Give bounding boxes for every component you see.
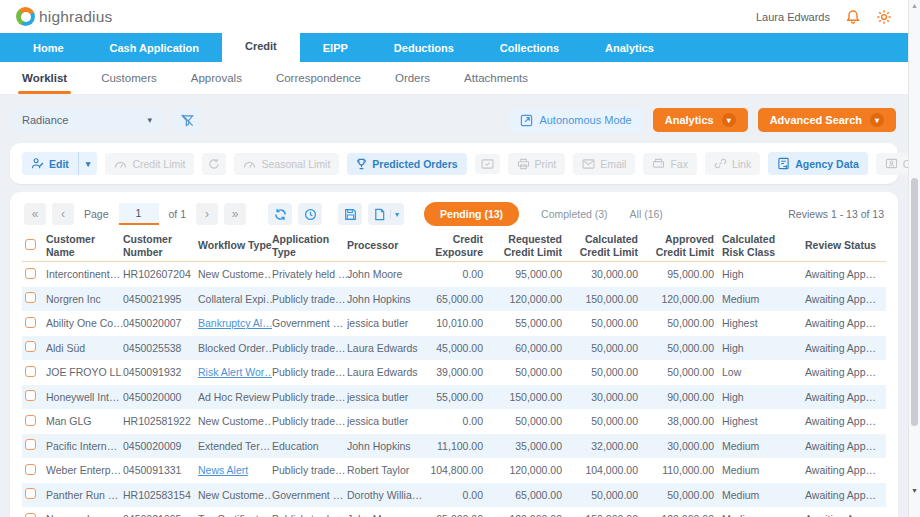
table-row[interactable]: Ability One Co… 0450020007 Bankruptcy Al…	[22, 311, 886, 336]
row-checkbox[interactable]	[25, 390, 36, 401]
email-button[interactable]: Email	[573, 153, 635, 175]
refresh-button[interactable]	[268, 203, 292, 225]
fax-button[interactable]: Fax	[643, 153, 697, 175]
cell-review-status: Awaiting App…	[795, 293, 886, 305]
main-nav-tab[interactable]: Analytics	[582, 33, 677, 62]
main-nav-tab[interactable]: Credit	[222, 29, 300, 62]
table-row[interactable]: JOE FROYO LL… 0450091932 Risk Alert Wor……	[22, 360, 886, 385]
cell-calculated-risk-class: Medium	[718, 489, 795, 501]
row-checkbox[interactable]	[25, 415, 36, 426]
row-checkbox[interactable]	[25, 268, 36, 279]
save-layout-button[interactable]	[338, 203, 362, 225]
select-all-checkbox[interactable]	[25, 239, 36, 250]
col-calculated-risk-class[interactable]: Calculated Risk Class	[718, 233, 795, 258]
first-page-button[interactable]: «	[24, 203, 46, 225]
row-checkbox[interactable]	[25, 464, 36, 475]
trophy-icon	[356, 158, 367, 170]
cell-workflow-type[interactable]: Bankruptcy Al…	[198, 317, 272, 329]
col-customer-number[interactable]: Customer Number	[123, 233, 198, 258]
renew-limit-icon-button[interactable]	[202, 153, 226, 175]
scrollbar-down-arrow[interactable]: ▼	[909, 487, 920, 494]
row-checkbox[interactable]	[25, 317, 36, 328]
predicted-orders-button[interactable]: Predicted Orders	[347, 153, 466, 175]
highradius-logo[interactable]: highradius	[16, 7, 113, 26]
cell-workflow-type[interactable]: Risk Alert Wor…	[198, 366, 272, 378]
table-row[interactable]: Pacific Intern… 0450020009 Extended Ter……	[22, 434, 886, 459]
cell-workflow-type[interactable]: News Alert	[198, 464, 272, 476]
analytics-button[interactable]: Analytics ▾	[653, 108, 748, 132]
seasonal-limit-button[interactable]: Seasonal Limit	[234, 153, 339, 175]
previous-page-button[interactable]: ‹	[52, 203, 74, 225]
view-select[interactable]: Radiance ▾	[12, 108, 162, 133]
main-nav-tab[interactable]: EIPP	[300, 33, 371, 62]
advanced-search-button[interactable]: Advanced Search ▾	[758, 108, 896, 132]
link-button[interactable]: Link	[705, 152, 760, 175]
row-checkbox[interactable]	[25, 439, 36, 450]
table-row[interactable]: Honeywell Int… 0450020000 Ad Hoc Review …	[22, 385, 886, 410]
main-nav-tab[interactable]: Cash Application	[87, 33, 222, 62]
cell-requested-credit-limit: 120,000.00	[487, 293, 566, 305]
cell-customer-name: Norgren Inc	[46, 293, 123, 305]
main-nav-tab[interactable]: Home	[10, 33, 87, 62]
next-page-button[interactable]: ›	[196, 203, 218, 225]
history-button[interactable]	[298, 203, 322, 225]
cell-customer-number: 0450025538	[123, 342, 198, 354]
tab-completed[interactable]: Completed (3)	[541, 208, 608, 220]
export-button[interactable]: ▾	[368, 203, 404, 225]
cell-credit-exposure: 0.00	[427, 268, 487, 280]
page-number-input[interactable]	[119, 203, 159, 225]
sub-nav-item[interactable]: Attachments	[464, 62, 528, 94]
user-name[interactable]: Laura Edwards	[756, 11, 830, 23]
col-approved-credit-limit[interactable]: Approved Credit Limit	[642, 233, 718, 258]
sub-nav-item[interactable]: Worklist	[22, 62, 67, 94]
clear-filter-button[interactable]	[172, 108, 202, 133]
sub-nav-item[interactable]: Customers	[101, 62, 157, 94]
row-checkbox[interactable]	[25, 513, 36, 517]
last-page-button[interactable]: »	[224, 203, 246, 225]
sub-nav-item[interactable]: Orders	[395, 62, 430, 94]
table-row[interactable]: Aldi Süd 0450025538 Blocked Order… Publi…	[22, 336, 886, 361]
vertical-scrollbar[interactable]: ▲ ▼	[908, 0, 920, 517]
correspondence-icon-button[interactable]	[475, 154, 500, 174]
table-row[interactable]: Panther Run … HR102583154 New Custome… G…	[22, 483, 886, 508]
col-review-status[interactable]: Review Status	[795, 239, 886, 251]
edit-dropdown-button[interactable]: ▾	[79, 152, 98, 175]
col-workflow-type[interactable]: Workflow Type	[198, 239, 272, 251]
table-row[interactable]: Intercontinent… HR102607204 New Custome……	[22, 262, 886, 287]
edit-button[interactable]: Edit	[22, 152, 79, 175]
row-checkbox[interactable]	[25, 341, 36, 352]
settings-gear-icon[interactable]	[876, 9, 892, 25]
chevron-down-icon: ▾	[722, 113, 736, 127]
table-row[interactable]: Norgren Inc 0450021995 Tax Certificat… P…	[22, 507, 886, 517]
table-row[interactable]: Weber Enterp… 0450091331 News Alert Publ…	[22, 458, 886, 483]
sub-nav-item[interactable]: Approvals	[191, 62, 242, 94]
cell-credit-exposure: 55,000.00	[427, 391, 487, 403]
table-row[interactable]: Norgren Inc 0450021995 Collateral Expi… …	[22, 287, 886, 312]
main-nav-tab[interactable]: Collections	[477, 33, 582, 62]
scrollbar-thumb[interactable]	[911, 178, 918, 426]
agency-data-button[interactable]: Agency Data	[768, 152, 868, 175]
cell-calculated-risk-class: Medium	[718, 464, 795, 476]
row-checkbox[interactable]	[25, 488, 36, 499]
notifications-bell-icon[interactable]	[845, 9, 861, 25]
row-checkbox[interactable]	[25, 292, 36, 303]
cell-calculated-credit-limit: 50,000.00	[566, 489, 642, 501]
table-row[interactable]: Man GLG HR102581922 New Custome… Publicl…	[22, 409, 886, 434]
row-checkbox-cell	[22, 464, 46, 477]
row-checkbox-cell	[22, 439, 46, 452]
col-requested-credit-limit[interactable]: Requested Credit Limit	[487, 233, 566, 258]
main-nav-tab[interactable]: Deductions	[371, 33, 477, 62]
row-checkbox[interactable]	[25, 366, 36, 377]
col-processor[interactable]: Processor	[347, 239, 427, 251]
col-credit-exposure[interactable]: Credit Exposure	[427, 233, 487, 258]
col-customer-name[interactable]: Customer Name	[46, 233, 123, 258]
sub-nav-item[interactable]: Correspondence	[276, 62, 361, 94]
col-application-type[interactable]: Application Type	[272, 233, 347, 258]
credit-limit-button[interactable]: Credit Limit	[105, 153, 194, 175]
tab-all[interactable]: All (16)	[630, 208, 663, 220]
print-button[interactable]: Print	[508, 153, 566, 175]
col-calculated-credit-limit[interactable]: Calculated Credit Limit	[566, 233, 642, 258]
tab-pending[interactable]: Pending (13)	[424, 202, 519, 226]
scrollbar-up-arrow[interactable]: ▲	[909, 2, 920, 9]
autonomous-mode-button[interactable]: Autonomous Mode	[509, 109, 642, 132]
